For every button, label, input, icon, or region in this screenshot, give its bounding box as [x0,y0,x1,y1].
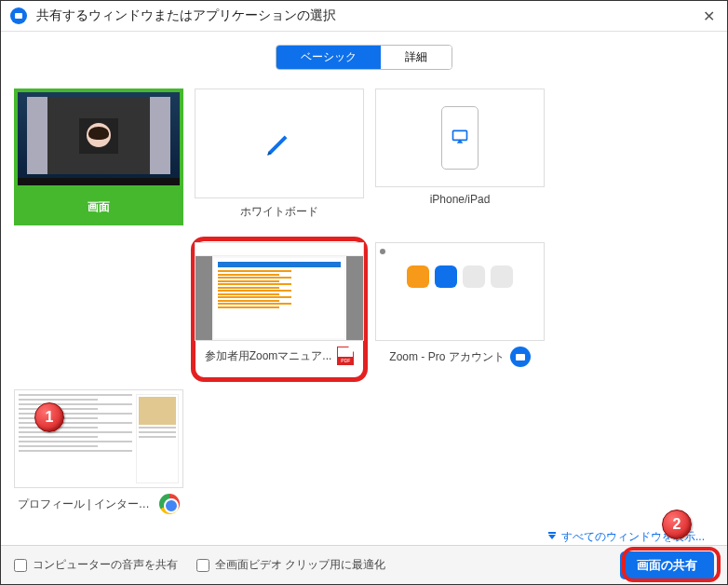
close-button[interactable]: ✕ [699,7,718,25]
screen-label: 画面 [14,189,183,225]
share-option-screen[interactable]: 画面 [14,88,183,225]
callout-badge-2: 2 [662,510,692,539]
share-option-whiteboard[interactable]: ホワイトボード [195,88,364,225]
share-option-iphone-ipad[interactable]: iPhone/iPad [375,88,545,225]
optimize-video-label: 全画面ビデオ クリップ用に最適化 [215,557,385,573]
chrome-icon [159,494,180,514]
share-audio-input[interactable] [14,559,27,572]
profile-label: プロフィール | インターネッ... [18,497,154,512]
share-audio-label: コンピューターの音声を共有 [33,557,178,573]
whiteboard-label: ホワイトボード [195,198,364,225]
iphone-ipad-label: iPhone/iPad [375,187,545,211]
zoom-icon [510,347,531,367]
share-option-zoom-window[interactable]: Zoom - Pro アカウント [375,242,545,373]
pdf-label: 参加者用Zoomマニュア... [205,348,332,364]
share-audio-checkbox[interactable]: コンピューターの音声を共有 [14,557,178,573]
tab-basic[interactable]: ベーシック [276,46,381,69]
optimize-video-checkbox[interactable]: 全画面ビデオ クリップ用に最適化 [196,557,385,573]
tab-advanced[interactable]: 詳細 [381,46,452,69]
share-option-pdf-window[interactable]: 参加者用Zoomマニュア... [195,242,364,373]
pencil-icon [263,128,295,159]
dropdown-icon [548,535,556,539]
zoom-app-icon [10,7,27,24]
share-screen-button[interactable]: 画面の共有 [620,551,714,579]
pdf-icon [337,347,354,365]
window-title: 共有するウィンドウまたはアプリケーションの選択 [36,7,699,24]
optimize-video-input[interactable] [196,559,209,572]
airplay-icon [451,128,469,149]
tab-segment: ベーシック 詳細 [276,45,452,70]
svg-rect-0 [453,130,467,140]
callout-badge-1: 1 [34,402,64,432]
zoom-account-label: Zoom - Pro アカウント [389,349,504,365]
